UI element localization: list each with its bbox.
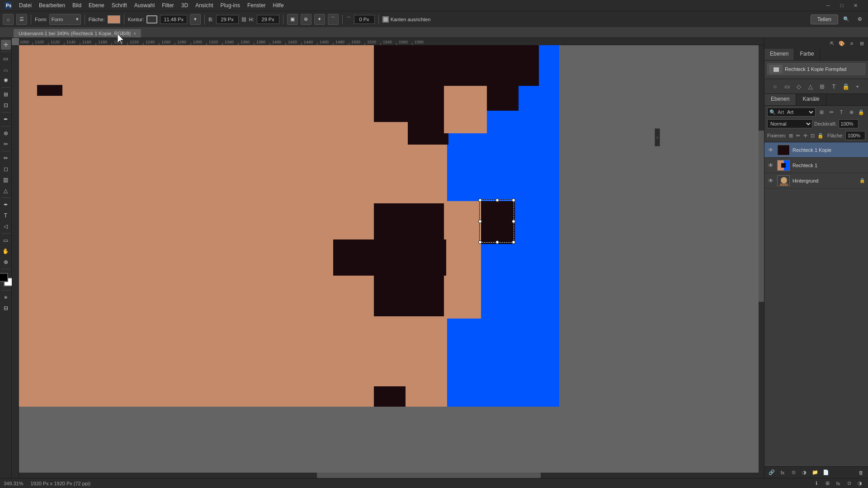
corner-radius-input[interactable] (354, 15, 375, 24)
triangle-shape-icon[interactable]: △ (806, 82, 815, 91)
panel-arrange-icon[interactable]: ⊞ (857, 39, 866, 48)
diamond-shape-icon[interactable]: ◇ (794, 82, 803, 91)
layer-visibility-1[interactable]: 👁 (767, 162, 774, 169)
window-minimize-btn[interactable]: ─ (823, 0, 834, 11)
layer-icon-3[interactable]: T (837, 108, 845, 116)
menu-datei[interactable]: Datei (15, 1, 35, 9)
foreground-color-swatch[interactable] (0, 273, 8, 282)
hand-tool[interactable]: ✋ (1, 246, 11, 256)
panel-expand-icon[interactable]: ⇱ (827, 39, 836, 48)
menu-3d[interactable]: 3D (178, 1, 192, 9)
panel-icon-1[interactable]: 🎨 (837, 39, 846, 48)
lasso-tool[interactable]: ⌓ (1, 65, 11, 75)
lock-shape-icon[interactable]: 🔒 (841, 82, 850, 91)
status-fx-icon[interactable]: fx (834, 479, 843, 488)
path-ops-btn[interactable]: ⊕ (301, 14, 311, 25)
layer-kind-select[interactable]: Art (784, 108, 815, 116)
panel-icon-2[interactable]: ≡ (847, 39, 856, 48)
menu-hilfe[interactable]: Hilfe (269, 1, 288, 9)
menu-plugins[interactable]: Plug-ins (217, 1, 244, 9)
heal-tool[interactable]: ⊛ (1, 128, 11, 138)
options-btn[interactable]: ☰ (16, 14, 27, 25)
frame-tool[interactable]: ⊡ (1, 100, 11, 110)
opacity-input[interactable] (839, 119, 859, 128)
selection-handle-bl[interactable] (478, 240, 482, 244)
kontur-size-input[interactable] (160, 15, 187, 24)
tab-kanaele[interactable]: Kanäle (796, 94, 826, 105)
pen-tool[interactable]: ✒ (1, 200, 11, 210)
kanten-ausrichten-toggle[interactable]: Kanten ausrichten (382, 16, 431, 23)
fill-tool[interactable]: ▥ (1, 175, 11, 185)
screen-mode-btn[interactable]: ⊟ (1, 303, 11, 313)
status-mask-icon[interactable]: ⊙ (844, 479, 854, 488)
new-layer-btn[interactable]: 📄 (821, 468, 830, 477)
status-info-icon[interactable]: ℹ (812, 479, 821, 488)
width-input[interactable] (216, 15, 239, 24)
status-adj-icon[interactable]: ◑ (855, 479, 864, 488)
selection-handle-mr[interactable] (512, 220, 515, 223)
adj-layer-btn[interactable]: ◑ (800, 468, 809, 477)
layer-icon-5[interactable]: 🔒 (857, 108, 865, 116)
blend-mode-select[interactable]: Normal (767, 119, 812, 128)
layer-item-1[interactable]: 👁 Rechteck 1 (764, 158, 868, 173)
menu-ebene[interactable]: Ebene (85, 1, 108, 9)
type-shape-icon[interactable]: T (830, 82, 839, 91)
fill-swatch[interactable] (108, 15, 120, 23)
move-tool[interactable]: ✛ (1, 40, 11, 50)
quick-mask-btn[interactable]: ⊕ (1, 292, 11, 302)
document-tab[interactable]: Unbenannt-1 bei 349% (Rechteck 1 Kopie, … (14, 29, 141, 38)
path-align-btn[interactable]: ✦ (314, 14, 325, 25)
search-btn[interactable]: 🔍 (841, 14, 852, 25)
lock-pixel-icon[interactable]: ✏ (795, 131, 801, 140)
shape-tool[interactable]: ▭ (1, 235, 11, 245)
window-close-btn[interactable]: ✕ (850, 0, 861, 11)
blur-tool[interactable]: △ (1, 186, 11, 196)
type-tool[interactable]: T (1, 211, 11, 221)
layer-icon-2[interactable]: ✏ (827, 108, 835, 116)
add-mask-btn[interactable]: ⊙ (789, 468, 798, 477)
eyedropper-tool[interactable]: ✒ (1, 114, 11, 124)
path-item[interactable]: Rechteck 1 Kopie Formpfad (767, 63, 865, 75)
selection-handle-tr[interactable] (512, 198, 515, 202)
pixel-art-canvas[interactable] (19, 45, 559, 407)
lock-pos-icon[interactable]: ⊞ (788, 131, 793, 140)
zoom-tool[interactable]: ⊕ (1, 257, 11, 267)
new-group-btn[interactable]: 📁 (811, 468, 820, 477)
selection-handle-tc[interactable] (495, 198, 499, 202)
clone-tool[interactable]: ✂ (1, 139, 11, 149)
layer-item-0[interactable]: 👁 Rechteck 1 Kopie (764, 142, 868, 158)
quick-select-tool[interactable]: ✱ (1, 75, 11, 85)
lock-move-icon[interactable]: ✛ (803, 131, 808, 140)
layer-visibility-2[interactable]: 👁 (767, 177, 774, 184)
flaeche-input[interactable] (845, 131, 865, 140)
vertical-scrollbar[interactable] (759, 45, 764, 473)
window-maximize-btn[interactable]: □ (836, 0, 847, 11)
selection-handle-bc[interactable] (495, 240, 499, 244)
menu-fenster[interactable]: Fenster (244, 1, 269, 9)
selection-handle-ml[interactable] (478, 220, 482, 223)
lock-artboard-icon[interactable]: ⊡ (810, 131, 816, 140)
warp-btn[interactable]: ⌒ (328, 14, 339, 25)
tab-pfade[interactable]: Ebenen (764, 49, 794, 60)
add-shape-icon[interactable]: + (853, 82, 862, 91)
form-dropdown[interactable]: Form▾ (49, 14, 81, 25)
tab-ebenen[interactable]: Ebenen (764, 94, 796, 105)
selection-handle-tl[interactable] (478, 198, 482, 202)
shape-align-btn[interactable]: ▣ (287, 14, 298, 25)
tab-farbe[interactable]: Farbe (794, 49, 820, 60)
height-input[interactable] (257, 15, 279, 24)
lock-all-icon[interactable]: 🔒 (817, 131, 824, 140)
brush-tool[interactable]: ✏ (1, 153, 11, 163)
rounded-rect-icon[interactable]: ▭ (783, 82, 792, 91)
panel-collapse-btn[interactable]: › (655, 128, 660, 146)
image-shape-icon[interactable]: ⊞ (818, 82, 827, 91)
menu-schrift[interactable]: Schrift (108, 1, 131, 9)
layer-icon-4[interactable]: ⊕ (847, 108, 855, 116)
delete-layer-btn[interactable]: 🗑 (856, 468, 865, 477)
layer-item-2[interactable]: 👁 Hintergrund 🔒 (764, 173, 868, 188)
home-btn[interactable]: ⌂ (3, 14, 14, 25)
tab-close-btn[interactable]: × (133, 31, 136, 36)
kontur-options-btn[interactable]: ▾ (190, 14, 201, 25)
menu-auswahl[interactable]: Auswahl (131, 1, 158, 9)
add-style-btn[interactable]: fx (778, 468, 787, 477)
